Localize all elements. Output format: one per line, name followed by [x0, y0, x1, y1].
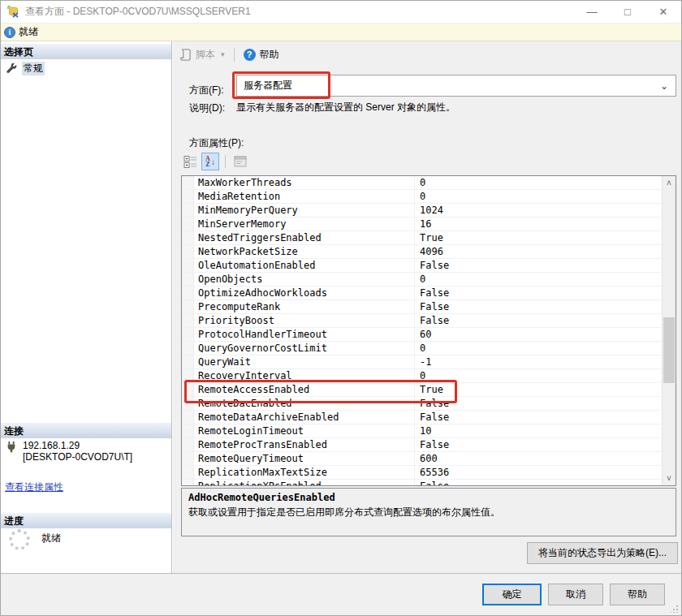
detail-property-name: AdHocRemoteQueriesEnabled [188, 492, 669, 503]
script-button[interactable]: 脚本 [196, 48, 215, 62]
scroll-down-arrow-icon[interactable]: ˅ [663, 472, 676, 485]
connection-server: 192.168.1.29 [23, 440, 132, 451]
cancel-button[interactable]: 取消 [548, 584, 603, 605]
resize-grip[interactable] [671, 605, 679, 613]
row-indent [182, 397, 194, 410]
property-name: RemoteDacEnabled [194, 397, 415, 410]
property-name: RemoteLoginTimeout [194, 424, 415, 437]
property-name: MinServerMemory [194, 218, 415, 230]
minimize-button[interactable]: — [574, 1, 610, 23]
property-name: NetworkPacketSize [194, 245, 415, 258]
property-row[interactable]: ProtocolHandlerTimeout60 [182, 328, 662, 342]
title-bar: 查看方面 - DESKTOP-0CVOD7U\MSSQLSERVER1 — □ … [1, 1, 681, 24]
property-name: QueryGovernorCostLimit [194, 342, 415, 355]
property-row[interactable]: PrecomputeRankFalse [182, 300, 662, 314]
property-value: 16 [415, 218, 662, 230]
property-row[interactable]: OpenObjects0 [182, 273, 662, 286]
property-value: False [415, 397, 662, 410]
property-row[interactable]: MaxWorkerThreads0 [182, 176, 662, 190]
property-name: MaxWorkerThreads [194, 176, 415, 189]
window-title: 查看方面 - DESKTOP-0CVOD7U\MSSQLSERVER1 [25, 5, 251, 19]
maximize-button[interactable]: □ [610, 1, 645, 23]
help-icon: ? [244, 49, 256, 61]
vertical-scrollbar[interactable]: ˄ ˅ [662, 176, 676, 485]
property-name: ReplicationXPsEnabled [194, 480, 415, 485]
property-row[interactable]: RemoteProcTransEnabledFalse [182, 438, 662, 452]
row-indent [182, 438, 194, 451]
sort-down-arrow-icon: ↓ [211, 157, 215, 166]
property-pages-button[interactable] [231, 153, 249, 170]
sidebar-item-general[interactable]: 常规 [6, 62, 45, 75]
row-indent [182, 231, 194, 244]
property-name: RemoteDataArchiveEnabled [194, 411, 415, 424]
property-row[interactable]: QueryWait-1 [182, 355, 662, 369]
property-row[interactable]: ReplicationMaxTextSize65536 [182, 466, 662, 480]
property-row[interactable]: QueryGovernorCostLimit0 [182, 342, 662, 355]
app-icon [7, 6, 20, 19]
property-name: MinMemoryPerQuery [194, 204, 415, 217]
property-row[interactable]: ReplicationXPsEnabledFalse [182, 480, 662, 485]
property-row[interactable]: NetworkPacketSize4096 [182, 245, 662, 259]
export-policy-button[interactable]: 将当前的状态导出为策略(E)... [527, 542, 678, 564]
property-name: RemoteQueryTimeout [194, 452, 415, 465]
footer-bar: 确定 取消 帮助 [1, 573, 681, 615]
script-dropdown-caret-icon[interactable]: ▾ [221, 50, 225, 58]
row-indent [182, 342, 194, 355]
property-row[interactable]: RemoteQueryTimeout600 [182, 452, 662, 466]
categorized-view-button[interactable] [181, 153, 199, 170]
help-button[interactable]: 帮助 [610, 584, 665, 605]
view-connection-properties-link[interactable]: 查看连接属性 [5, 480, 63, 494]
property-value: -1 [415, 355, 662, 368]
property-row[interactable]: RemoteDacEnabledFalse [182, 397, 662, 411]
property-row[interactable]: RemoteAccessEnabledTrue [182, 383, 662, 397]
row-indent [182, 328, 194, 341]
scroll-up-arrow-icon[interactable]: ˄ [663, 176, 676, 190]
close-button[interactable]: ✕ [645, 1, 681, 23]
property-row[interactable]: OleAutomationEnabledFalse [182, 259, 662, 273]
property-value: 600 [415, 452, 662, 465]
property-value: False [415, 411, 662, 424]
status-text: 就绪 [19, 25, 38, 39]
property-value: 65536 [415, 466, 662, 479]
property-row[interactable]: MediaRetention0 [182, 190, 662, 204]
property-value: True [415, 231, 662, 244]
property-pages-icon [234, 156, 247, 167]
property-value: 0 [415, 342, 662, 355]
sidebar-item-label: 常规 [22, 62, 45, 75]
property-row[interactable]: NestedTriggersEnabledTrue [182, 231, 662, 245]
connection-header: 连接 [1, 423, 171, 438]
property-row[interactable]: RecoveryInterval0 [182, 369, 662, 383]
property-value: 60 [415, 328, 662, 341]
property-row[interactable]: RemoteDataArchiveEnabledFalse [182, 411, 662, 424]
view-facets-dialog: 查看方面 - DESKTOP-0CVOD7U\MSSQLSERVER1 — □ … [0, 0, 682, 616]
row-indent [182, 466, 194, 479]
property-row[interactable]: MinMemoryPerQuery1024 [182, 204, 662, 218]
connection-user: [DESKTOP-0CVOD7U\T] [23, 451, 132, 463]
property-row[interactable]: MinServerMemory16 [182, 218, 662, 231]
alphabetical-sort-button[interactable]: AZ ↓ [201, 153, 219, 170]
property-grid: MaxWorkerThreads0MediaRetention0MinMemor… [181, 175, 676, 486]
property-value: False [415, 480, 662, 485]
status-message-bar: i 就绪 [1, 24, 681, 41]
row-indent [182, 190, 194, 203]
property-row[interactable]: PriorityBoostFalse [182, 314, 662, 328]
progress-status-row: 就绪 [9, 529, 61, 550]
row-indent [182, 259, 194, 272]
scrollbar-thumb[interactable] [663, 317, 675, 383]
property-row[interactable]: OptimizeAdhocWorkloadsFalse [182, 286, 662, 300]
progress-spinner-icon [9, 529, 30, 550]
row-indent [182, 480, 194, 485]
property-name: NestedTriggersEnabled [194, 231, 415, 244]
ok-button[interactable]: 确定 [482, 584, 542, 605]
row-indent [182, 452, 194, 465]
facet-combobox[interactable]: 服务器配置 ⌄ [236, 75, 676, 97]
property-value: False [415, 438, 662, 451]
row-indent [182, 218, 194, 230]
toolbar-help-button[interactable]: 帮助 [260, 48, 279, 62]
property-row[interactable]: RemoteLoginTimeout10 [182, 424, 662, 438]
property-name: OpenObjects [194, 273, 415, 286]
connection-info: 192.168.1.29 [DESKTOP-0CVOD7U\T] [6, 440, 132, 463]
chevron-down-icon[interactable]: ⌄ [660, 80, 668, 92]
categorized-icon [183, 155, 197, 169]
property-name: OptimizeAdhocWorkloads [194, 286, 415, 299]
